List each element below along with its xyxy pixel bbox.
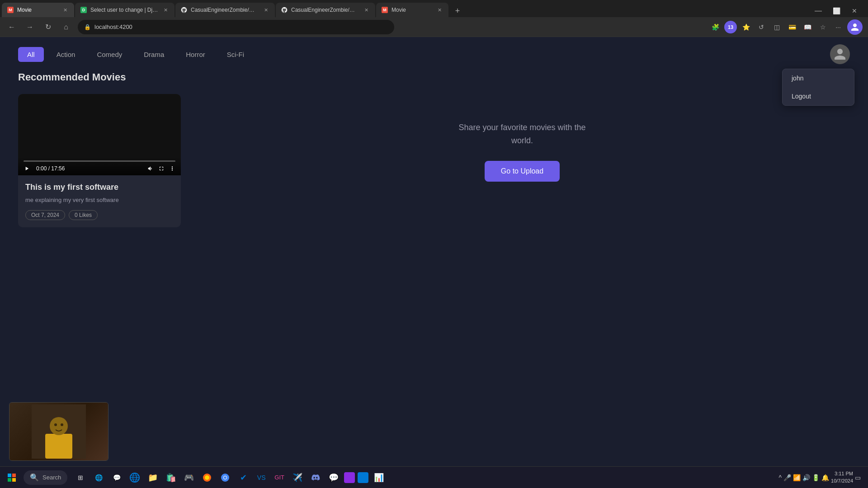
tab-movie-2[interactable]: M Movie ✕ — [376, 3, 448, 17]
taskview-icon[interactable]: ⊞ — [73, 470, 88, 485]
forward-button[interactable]: → — [24, 21, 36, 33]
system-tray: ^ 🎤 📶 🔊 🔋 🔔 3:11 PM 10/7/2024 ▭ — [775, 470, 864, 484]
taskbar-search-box[interactable]: 🔍 Search — [24, 470, 67, 485]
close-button[interactable]: ✕ — [846, 5, 863, 17]
messenger-icon[interactable]: 💬 — [326, 470, 341, 485]
tab-title-4: CasualEngineerZombie/movie-d... — [291, 7, 359, 13]
svg-rect-1 — [45, 434, 72, 459]
movies-grid: 0:00 / 17:56 — [18, 94, 850, 227]
tab-favicon-4 — [281, 7, 288, 13]
nav-item-all[interactable]: All — [18, 47, 44, 62]
tab-title-3: CasualEngineerZombie/movie-an... — [191, 7, 259, 13]
go-to-upload-button[interactable]: Go to Upload — [485, 161, 560, 182]
firefox-icon[interactable] — [199, 470, 215, 485]
mic-icon[interactable]: 🎤 — [783, 474, 791, 481]
upload-promo: Share your favorite movies with the worl… — [194, 94, 850, 209]
games-icon[interactable]: 🎮 — [181, 470, 197, 485]
refresh-button[interactable]: ↻ — [42, 21, 54, 33]
browser-addressbar: ← → ↻ ⌂ 🔒 localhost:4200 🧩 13 ⭐ ↺ ◫ 💳 📖 … — [0, 17, 868, 37]
extensions-icon[interactable]: 🧩 — [709, 21, 722, 33]
tab-close-5[interactable]: ✕ — [436, 6, 443, 14]
volume-icon[interactable]: 🔊 — [802, 474, 810, 481]
video-time: 0:00 / 17:56 — [36, 165, 65, 172]
tab-title-1: Movie — [17, 7, 58, 13]
video-player[interactable]: 0:00 / 17:56 — [18, 94, 181, 175]
nav-item-horror[interactable]: Horror — [177, 47, 214, 62]
user-profile-icon[interactable] — [847, 19, 863, 35]
back-button[interactable]: ← — [5, 21, 18, 33]
minimize-button[interactable]: — — [810, 5, 826, 17]
volume-button[interactable] — [147, 165, 154, 172]
svg-point-2 — [50, 417, 68, 435]
widgets-icon[interactable]: 🌐 — [91, 470, 106, 485]
collections-icon[interactable]: ⭐ — [740, 21, 752, 33]
fullscreen-button[interactable] — [158, 165, 165, 172]
system-clock[interactable]: 3:11 PM 10/7/2024 — [831, 470, 853, 484]
chrome-icon[interactable] — [217, 470, 233, 485]
webcam-feed — [9, 403, 108, 460]
tab-github-1[interactable]: CasualEngineerZombie/movie-an... ✕ — [175, 3, 275, 17]
telegram-icon[interactable]: ✈️ — [290, 470, 305, 485]
movie-card: 0:00 / 17:56 — [18, 94, 181, 227]
movie-meta: Oct 7, 2024 0 Likes — [25, 210, 174, 220]
taskbar-search-text: Search — [42, 474, 61, 481]
taskbar-app-icons: ⊞ 🌐 💬 📁 🛍️ 🎮 — [73, 470, 387, 485]
movie-info: This is my first software me explaining … — [18, 175, 181, 227]
git-icon[interactable]: GIT — [272, 470, 287, 485]
tab-close-1[interactable]: ✕ — [61, 6, 69, 14]
tab-github-2[interactable]: CasualEngineerZombie/movie-d... ✕ — [276, 3, 375, 17]
network-icon[interactable]: 📶 — [793, 474, 801, 481]
more-options-button[interactable] — [169, 165, 175, 172]
play-button[interactable] — [24, 165, 30, 172]
tab-title-2: Select user to change | Django si... — [90, 7, 158, 13]
browser-taskbar-icon[interactable] — [127, 470, 142, 485]
address-bar[interactable]: 🔒 localhost:4200 — [78, 20, 394, 34]
reading-list-icon[interactable]: 📖 — [801, 21, 814, 33]
tab-django[interactable]: D Select user to change | Django si... ✕ — [75, 3, 175, 17]
tab-close-2[interactable]: ✕ — [162, 6, 169, 14]
svg-point-11 — [205, 475, 209, 480]
browser-tabs: M Movie ✕ D Select user to change | Djan… — [0, 0, 868, 17]
chat-icon[interactable]: 💬 — [109, 470, 124, 485]
start-button[interactable] — [4, 469, 20, 486]
history-icon[interactable]: ↺ — [755, 21, 768, 33]
blue-app-icon[interactable] — [358, 472, 368, 483]
tab-favicon-2: D — [80, 7, 87, 13]
folder-icon[interactable]: 📁 — [145, 470, 160, 485]
discord-icon[interactable] — [308, 470, 323, 485]
nav-item-comedy[interactable]: Comedy — [88, 47, 131, 62]
battery-icon[interactable]: 🔋 — [812, 474, 820, 481]
tray-chevron[interactable]: ^ — [778, 474, 782, 481]
new-tab-button[interactable]: + — [451, 5, 464, 17]
svg-point-14 — [224, 476, 226, 479]
tab-favicon-1: M — [7, 7, 14, 13]
maximize-button[interactable]: ⬜ — [828, 5, 844, 17]
clock-date: 10/7/2024 — [831, 478, 853, 484]
tab-movie-active[interactable]: M Movie ✕ — [2, 3, 74, 17]
user-avatar[interactable] — [830, 44, 850, 64]
movie-description: me explaining my very first software — [25, 196, 174, 205]
chart-icon[interactable]: 📊 — [371, 470, 387, 485]
video-progress-bar[interactable] — [24, 160, 175, 162]
tick-icon[interactable]: ✔ — [236, 470, 251, 485]
vscode-icon[interactable]: VS — [254, 470, 269, 485]
home-button[interactable]: ⌂ — [60, 21, 72, 33]
section-title: Recommended Movies — [18, 71, 850, 83]
favorites-icon[interactable]: ☆ — [816, 21, 829, 33]
store-icon[interactable]: 🛍️ — [163, 470, 179, 485]
profile-badge[interactable]: 13 — [724, 21, 737, 33]
nav-item-drama[interactable]: Drama — [135, 47, 173, 62]
nav-item-action[interactable]: Action — [47, 47, 85, 62]
tab-close-4[interactable]: ✕ — [363, 6, 370, 14]
tab-close-3[interactable]: ✕ — [262, 6, 269, 14]
wallet-icon[interactable]: 💳 — [786, 21, 798, 33]
notification-icon[interactable]: 🔔 — [821, 474, 829, 481]
more-icon[interactable]: ··· — [832, 21, 844, 33]
logout-button[interactable]: Logout — [783, 87, 854, 105]
lock-icon: 🔒 — [84, 24, 91, 30]
video-buttons: 0:00 / 17:56 — [24, 165, 175, 172]
sidebar-icon[interactable]: ◫ — [770, 21, 783, 33]
purple-app-icon[interactable] — [344, 472, 355, 483]
nav-item-scifi[interactable]: Sci-Fi — [218, 47, 253, 62]
show-desktop-icon[interactable]: ▭ — [855, 474, 861, 481]
